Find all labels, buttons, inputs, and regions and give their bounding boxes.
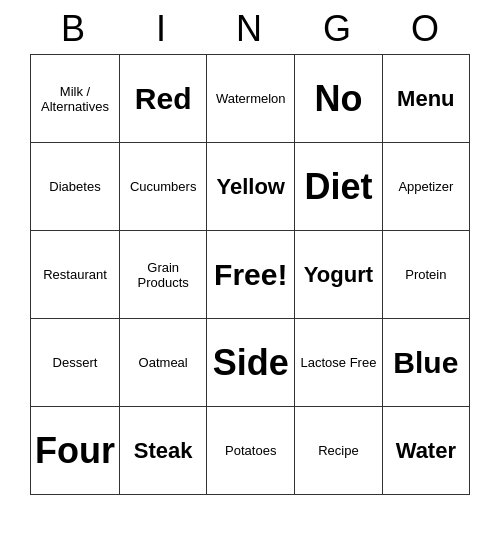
- cell-r0-c2: Watermelon: [207, 55, 295, 143]
- cell-r4-c4: Water: [382, 407, 469, 495]
- cell-r0-c1: Red: [119, 55, 206, 143]
- cell-r0-c3: No: [295, 55, 383, 143]
- cell-r1-c2: Yellow: [207, 143, 295, 231]
- cell-r3-c2: Side: [207, 319, 295, 407]
- cell-r3-c3: Lactose Free: [295, 319, 383, 407]
- title-letter: G: [298, 8, 378, 50]
- cell-r4-c0: Four: [31, 407, 120, 495]
- cell-r1-c3: Diet: [295, 143, 383, 231]
- title-letter: B: [34, 8, 114, 50]
- cell-r2-c0: Restaurant: [31, 231, 120, 319]
- title-letter: N: [210, 8, 290, 50]
- cell-r0-c4: Menu: [382, 55, 469, 143]
- cell-r4-c2: Potatoes: [207, 407, 295, 495]
- cell-r1-c4: Appetizer: [382, 143, 469, 231]
- title-letter: I: [122, 8, 202, 50]
- cell-r2-c1: Grain Products: [119, 231, 206, 319]
- cell-r0-c0: Milk / Alternatives: [31, 55, 120, 143]
- cell-r2-c4: Protein: [382, 231, 469, 319]
- cell-r4-c3: Recipe: [295, 407, 383, 495]
- bingo-title: BINGO: [30, 0, 470, 54]
- cell-r1-c1: Cucumbers: [119, 143, 206, 231]
- cell-r4-c1: Steak: [119, 407, 206, 495]
- cell-r2-c3: Yogurt: [295, 231, 383, 319]
- cell-r3-c4: Blue: [382, 319, 469, 407]
- cell-r3-c0: Dessert: [31, 319, 120, 407]
- cell-r1-c0: Diabetes: [31, 143, 120, 231]
- cell-r3-c1: Oatmeal: [119, 319, 206, 407]
- cell-r2-c2: Free!: [207, 231, 295, 319]
- bingo-grid: Milk / AlternativesRedWatermelonNoMenuDi…: [30, 54, 470, 495]
- title-letter: O: [386, 8, 466, 50]
